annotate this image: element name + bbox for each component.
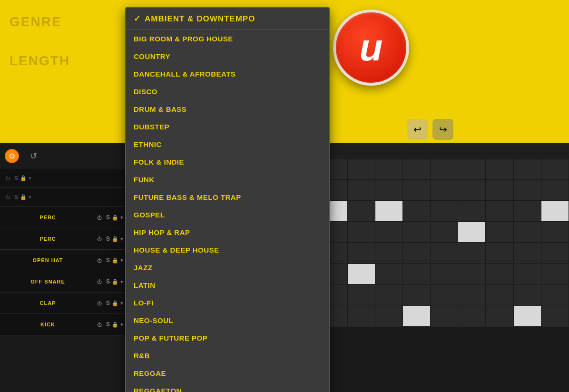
dropdown-item-19[interactable]: REGGAE bbox=[126, 364, 329, 382]
grid-cell-0-9[interactable] bbox=[375, 159, 403, 179]
track-s-7[interactable]: S bbox=[106, 321, 110, 328]
grid-cell-1-8[interactable] bbox=[348, 180, 375, 200]
dropdown-item-18[interactable]: R&B bbox=[126, 347, 329, 364]
undo-button[interactable]: ↩ bbox=[407, 119, 428, 140]
grid-cell-7-15[interactable] bbox=[541, 306, 569, 326]
dropdown-item-5[interactable]: DUBSTEP bbox=[126, 118, 329, 136]
grid-cell-4-9[interactable] bbox=[375, 243, 403, 263]
grid-cell-4-15[interactable] bbox=[541, 243, 569, 263]
dropdown-item-7[interactable]: FOLK & INDIE bbox=[126, 153, 329, 171]
grid-cell-2-8[interactable] bbox=[348, 201, 375, 221]
grid-cell-3-15[interactable] bbox=[541, 222, 569, 242]
grid-cell-7-14[interactable] bbox=[514, 306, 541, 326]
refresh-button[interactable]: ↺ bbox=[26, 149, 40, 163]
grid-cell-6-10[interactable] bbox=[403, 285, 431, 305]
grid-cell-0-15[interactable] bbox=[541, 159, 569, 179]
grid-cell-1-10[interactable] bbox=[403, 180, 431, 200]
track-power-4[interactable]: ⏻ bbox=[94, 255, 105, 266]
track-expand-2[interactable]: ▼ bbox=[119, 215, 124, 220]
track-expand-empty-0[interactable]: ▼ bbox=[28, 176, 32, 181]
grid-cell-1-14[interactable] bbox=[514, 180, 541, 200]
dropdown-item-8[interactable]: FUNK bbox=[126, 171, 329, 188]
redo-button[interactable]: ↪ bbox=[432, 119, 453, 140]
grid-cell-3-9[interactable] bbox=[375, 222, 403, 242]
grid-cell-3-14[interactable] bbox=[514, 222, 541, 242]
grid-cell-3-10[interactable] bbox=[403, 222, 431, 242]
grid-cell-2-9[interactable] bbox=[375, 201, 403, 221]
grid-cell-1-9[interactable] bbox=[375, 180, 403, 200]
track-expand-3[interactable]: ▼ bbox=[119, 236, 124, 242]
track-power-empty-1[interactable]: ⏻ bbox=[2, 192, 13, 203]
grid-cell-5-9[interactable] bbox=[375, 264, 403, 284]
grid-cell-7-11[interactable] bbox=[431, 306, 458, 326]
dropdown-header[interactable]: ✓ AMBIENT & DOWNTEMPO bbox=[126, 8, 329, 30]
grid-cell-1-11[interactable] bbox=[431, 180, 458, 200]
grid-cell-3-8[interactable] bbox=[348, 222, 375, 242]
grid-cell-6-13[interactable] bbox=[486, 285, 513, 305]
track-power-6[interactable]: ⏻ bbox=[94, 297, 105, 309]
track-s-empty-1[interactable]: S bbox=[14, 194, 18, 201]
dropdown-item-15[interactable]: LO-FI bbox=[126, 294, 329, 312]
grid-cell-6-8[interactable] bbox=[348, 285, 375, 305]
grid-cell-4-14[interactable] bbox=[514, 243, 541, 263]
grid-cell-2-10[interactable] bbox=[403, 201, 431, 221]
grid-cell-0-10[interactable] bbox=[403, 159, 431, 179]
track-s-empty-0[interactable]: S bbox=[14, 175, 18, 182]
dropdown-item-11[interactable]: HIP HOP & RAP bbox=[126, 224, 329, 241]
track-lock-6[interactable]: 🔒 bbox=[112, 300, 118, 306]
track-lock-3[interactable]: 🔒 bbox=[112, 236, 118, 242]
dropdown-item-20[interactable]: REGGAETON bbox=[126, 382, 329, 392]
grid-cell-2-15[interactable] bbox=[541, 201, 569, 221]
track-power-3[interactable]: ⏻ bbox=[94, 233, 105, 245]
grid-cell-1-12[interactable] bbox=[458, 180, 486, 200]
grid-cell-4-10[interactable] bbox=[403, 243, 431, 263]
grid-cell-5-8[interactable] bbox=[348, 264, 375, 284]
grid-cell-2-12[interactable] bbox=[458, 201, 486, 221]
grid-cell-7-13[interactable] bbox=[486, 306, 513, 326]
track-lock-empty-1[interactable]: 🔒 bbox=[20, 194, 27, 200]
grid-cell-0-11[interactable] bbox=[431, 159, 458, 179]
grid-cell-6-12[interactable] bbox=[458, 285, 486, 305]
grid-cell-1-13[interactable] bbox=[486, 180, 513, 200]
grid-cell-7-9[interactable] bbox=[375, 306, 403, 326]
track-power-2[interactable]: ⏻ bbox=[94, 212, 105, 223]
track-lock-7[interactable]: 🔒 bbox=[112, 322, 118, 328]
grid-cell-4-12[interactable] bbox=[458, 243, 486, 263]
grid-cell-5-10[interactable] bbox=[403, 264, 431, 284]
track-lock-5[interactable]: 🔒 bbox=[112, 279, 118, 285]
track-s-2[interactable]: S bbox=[106, 214, 110, 221]
grid-cell-1-15[interactable] bbox=[541, 180, 569, 200]
track-expand-5[interactable]: ▼ bbox=[119, 279, 124, 284]
grid-cell-6-11[interactable] bbox=[431, 285, 458, 305]
grid-cell-2-11[interactable] bbox=[431, 201, 458, 221]
track-expand-6[interactable]: ▼ bbox=[119, 301, 124, 306]
dropdown-item-3[interactable]: DISCO bbox=[126, 83, 329, 100]
grid-cell-7-8[interactable] bbox=[348, 306, 375, 326]
grid-cell-4-8[interactable] bbox=[348, 243, 375, 263]
grid-cell-6-14[interactable] bbox=[514, 285, 541, 305]
grid-cell-4-11[interactable] bbox=[431, 243, 458, 263]
grid-cell-3-11[interactable] bbox=[431, 222, 458, 242]
track-power-7[interactable]: ⏻ bbox=[94, 319, 105, 330]
track-expand-empty-1[interactable]: ▼ bbox=[28, 195, 32, 200]
track-lock-empty-0[interactable]: 🔒 bbox=[20, 175, 27, 181]
grid-cell-0-13[interactable] bbox=[486, 159, 513, 179]
grid-cell-5-14[interactable] bbox=[514, 264, 541, 284]
track-s-3[interactable]: S bbox=[106, 235, 110, 242]
track-expand-7[interactable]: ▼ bbox=[119, 322, 124, 327]
track-power-empty-0[interactable]: ⏻ bbox=[2, 173, 13, 184]
dropdown-item-4[interactable]: DRUM & BASS bbox=[126, 100, 329, 118]
grid-cell-4-13[interactable] bbox=[486, 243, 513, 263]
track-lock-2[interactable]: 🔒 bbox=[112, 215, 118, 221]
track-expand-4[interactable]: ▼ bbox=[119, 258, 124, 263]
grid-cell-6-9[interactable] bbox=[375, 285, 403, 305]
grid-cell-2-13[interactable] bbox=[486, 201, 513, 221]
track-s-6[interactable]: S bbox=[106, 300, 110, 306]
dropdown-item-13[interactable]: JAZZ bbox=[126, 259, 329, 276]
grid-cell-0-14[interactable] bbox=[514, 159, 541, 179]
dropdown-item-16[interactable]: NEO-SOUL bbox=[126, 312, 329, 329]
dropdown-item-2[interactable]: DANCEHALL & AFROBEATS bbox=[126, 65, 329, 83]
dropdown-item-1[interactable]: COUNTRY bbox=[126, 48, 329, 65]
logo-circle[interactable]: u bbox=[333, 10, 409, 86]
grid-cell-0-8[interactable] bbox=[348, 159, 375, 179]
